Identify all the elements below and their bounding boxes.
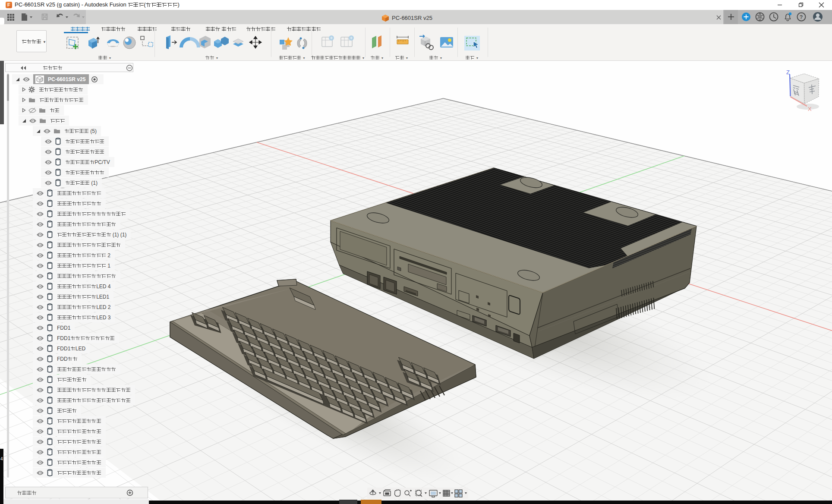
svg-text:?: ? <box>800 14 803 20</box>
svg-text:Z: Z <box>786 69 790 76</box>
svg-text:X: X <box>808 106 812 112</box>
